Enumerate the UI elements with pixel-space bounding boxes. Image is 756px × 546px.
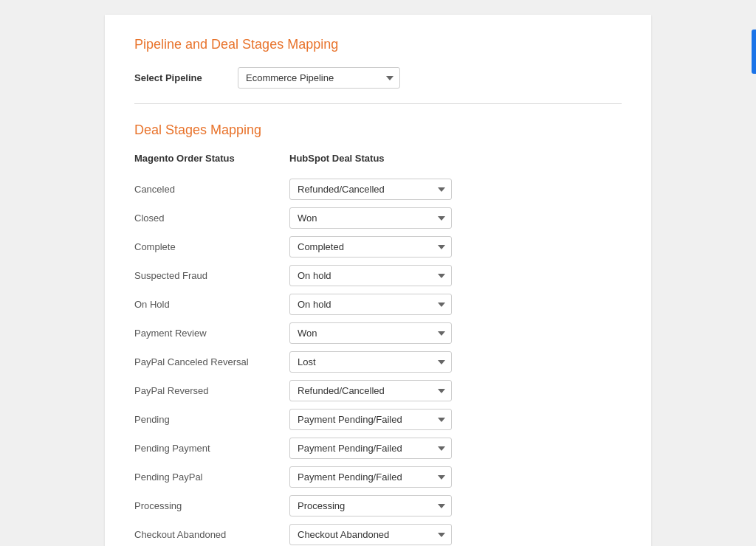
mapping-row-checkout-abandoned: Checkout Abandoned Checkout Abandoned Wo… xyxy=(134,524,622,545)
deal-status-checkout-abandoned-wrapper: Checkout Abandoned WonLostRefunded/Cance… xyxy=(289,524,452,545)
deal-stages-title: Deal Stages Mapping xyxy=(134,122,622,138)
deal-status-pending-select[interactable]: Payment Pending/Failed WonLostRefunded/C… xyxy=(289,409,452,430)
deal-status-closed-wrapper: Won LostRefunded/CancelledCompleted On h… xyxy=(289,207,452,229)
deal-status-canceled-select[interactable]: Refunded/Cancelled WonLostCompleted On h… xyxy=(289,179,452,200)
mapping-row-pending-payment: Pending Payment Payment Pending/Failed W… xyxy=(134,438,622,459)
mapping-row-complete: Complete Completed WonLostRefunded/Cance… xyxy=(134,236,622,258)
deal-status-paypal-reversed-select[interactable]: Refunded/Cancelled WonLostCompleted On h… xyxy=(289,380,452,401)
order-status-pending: Pending xyxy=(134,414,289,425)
mapping-row-payment-review: Payment Review Won LostRefunded/Cancelle… xyxy=(134,322,622,344)
deal-status-processing-select[interactable]: Processing WonLostRefunded/Cancelled Com… xyxy=(289,495,452,516)
deal-status-paypal-reversed-wrapper: Refunded/Cancelled WonLostCompleted On h… xyxy=(289,380,452,401)
deal-status-pending-payment-select[interactable]: Payment Pending/Failed WonLostRefunded/C… xyxy=(289,438,452,459)
deal-status-payment-review-select[interactable]: Won LostRefunded/CancelledCompleted On h… xyxy=(289,322,452,344)
mapping-row-on-hold: On Hold On hold WonLostRefunded/Cancelle… xyxy=(134,294,622,315)
mapping-row-closed: Closed Won LostRefunded/CancelledComplet… xyxy=(134,207,622,229)
columns-header: Magento Order Status HubSpot Deal Status xyxy=(134,153,622,167)
scrollbar-indicator[interactable] xyxy=(752,30,756,74)
deal-status-canceled-wrapper: Refunded/Cancelled WonLostCompleted On h… xyxy=(289,179,452,200)
deal-status-suspected-fraud-wrapper: On hold WonLostRefunded/Cancelled Comple… xyxy=(289,265,452,286)
section-divider xyxy=(134,103,622,104)
deal-status-processing-wrapper: Processing WonLostRefunded/Cancelled Com… xyxy=(289,495,452,516)
deal-status-pending-wrapper: Payment Pending/Failed WonLostRefunded/C… xyxy=(289,409,452,430)
deal-status-on-hold-wrapper: On hold WonLostRefunded/Cancelled Comple… xyxy=(289,294,452,315)
order-status-paypal-canceled-reversal: PayPal Canceled Reversal xyxy=(134,356,289,367)
deal-status-pending-payment-wrapper: Payment Pending/Failed WonLostRefunded/C… xyxy=(289,438,452,459)
deal-status-complete-select[interactable]: Completed WonLostRefunded/Cancelled On h… xyxy=(289,236,452,258)
pipeline-label: Select Pipeline xyxy=(134,72,223,83)
deal-status-checkout-abandoned-select[interactable]: Checkout Abandoned WonLostRefunded/Cance… xyxy=(289,524,452,545)
mapping-row-pending: Pending Payment Pending/Failed WonLostRe… xyxy=(134,409,622,430)
deal-status-complete-wrapper: Completed WonLostRefunded/Cancelled On h… xyxy=(289,236,452,258)
order-status-pending-paypal: Pending PayPal xyxy=(134,471,289,483)
deal-status-on-hold-select[interactable]: On hold WonLostRefunded/Cancelled Comple… xyxy=(289,294,452,315)
deal-status-suspected-fraud-select[interactable]: On hold WonLostRefunded/Cancelled Comple… xyxy=(289,265,452,286)
mapping-row-paypal-reversed: PayPal Reversed Refunded/Cancelled WonLo… xyxy=(134,380,622,401)
mapping-row-paypal-canceled-reversal: PayPal Canceled Reversal Lost WonRefunde… xyxy=(134,351,622,373)
deal-stages-section: Deal Stages Mapping Magento Order Status… xyxy=(134,122,622,545)
mapping-row-canceled: Canceled Refunded/Cancelled WonLostCompl… xyxy=(134,179,622,200)
deal-status-payment-review-wrapper: Won LostRefunded/CancelledCompleted On h… xyxy=(289,322,452,344)
col-magento-header: Magento Order Status xyxy=(134,153,289,164)
pipeline-selection-row: Select Pipeline Ecommerce Pipeline Defau… xyxy=(134,67,622,89)
order-status-closed: Closed xyxy=(134,212,289,224)
deal-status-paypal-canceled-reversal-select[interactable]: Lost WonRefunded/CancelledCompleted On h… xyxy=(289,351,452,373)
deal-status-paypal-canceled-reversal-wrapper: Lost WonRefunded/CancelledCompleted On h… xyxy=(289,351,452,373)
order-status-pending-payment: Pending Payment xyxy=(134,443,289,454)
mapping-row-processing: Processing Processing WonLostRefunded/Ca… xyxy=(134,495,622,516)
order-status-payment-review: Payment Review xyxy=(134,328,289,339)
mapping-row-pending-paypal: Pending PayPal Payment Pending/Failed Wo… xyxy=(134,466,622,488)
col-hubspot-header: HubSpot Deal Status xyxy=(289,153,622,164)
deal-status-pending-paypal-select[interactable]: Payment Pending/Failed WonLostRefunded/C… xyxy=(289,466,452,488)
pipeline-select[interactable]: Ecommerce Pipeline Default Pipeline Sale… xyxy=(238,67,400,89)
deal-status-closed-select[interactable]: Won LostRefunded/CancelledCompleted On h… xyxy=(289,207,452,229)
page-title: Pipeline and Deal Stages Mapping xyxy=(134,37,622,52)
order-status-suspected-fraud: Suspected Fraud xyxy=(134,270,289,281)
order-status-checkout-abandoned: Checkout Abandoned xyxy=(134,529,289,540)
order-status-on-hold: On Hold xyxy=(134,299,289,310)
main-content: Pipeline and Deal Stages Mapping Select … xyxy=(105,15,651,546)
order-status-complete: Complete xyxy=(134,241,289,252)
order-status-paypal-reversed: PayPal Reversed xyxy=(134,385,289,396)
pipeline-select-wrapper: Ecommerce Pipeline Default Pipeline Sale… xyxy=(238,67,400,89)
deal-status-pending-paypal-wrapper: Payment Pending/Failed WonLostRefunded/C… xyxy=(289,466,452,488)
mapping-row-suspected-fraud: Suspected Fraud On hold WonLostRefunded/… xyxy=(134,265,622,286)
order-status-canceled: Canceled xyxy=(134,184,289,195)
order-status-processing: Processing xyxy=(134,500,289,511)
